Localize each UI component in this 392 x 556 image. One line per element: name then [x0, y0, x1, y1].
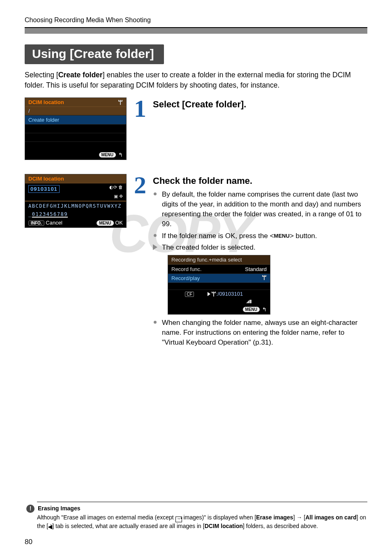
note-body: Although "Erase all images on external m… [37, 514, 367, 531]
screenshot-dcim-location: DCIM location / Create folder MENU ↰ [25, 97, 127, 160]
ok-label: OK [115, 220, 123, 226]
shot1-header-label: DCIM location [28, 99, 64, 105]
page-number: 80 [25, 538, 32, 546]
shot1-empty-row [25, 141, 126, 150]
step2-bullet-result: The created folder is selected. [153, 243, 367, 253]
info-pill: INFO. [28, 220, 44, 226]
menu-button-label: MENU [274, 232, 290, 240]
dial-icon: ◐⟳ 🗑 [109, 185, 123, 190]
shot1-item-label: Create folder [28, 117, 59, 123]
shot3-row2[interactable]: Record/play [168, 273, 270, 283]
caution-icon: ! [26, 505, 35, 513]
note-text-i: ] folders, as described above. [243, 523, 318, 529]
note-bold-all: All images on card [305, 514, 356, 521]
shot1-menu-item-create-folder[interactable]: Create folder [25, 115, 126, 124]
bullet-dot-icon [154, 192, 157, 195]
menu-pill: MENU [99, 152, 116, 158]
screenshot-recording-func: Recording func.+media select Record func… [168, 255, 270, 315]
note-text-d: ] → [ [293, 514, 306, 521]
accent-bar [25, 28, 367, 34]
note-section: ! Erasing Images Although "Erase all ima… [37, 502, 367, 531]
intro-text-a: Selecting [ [25, 71, 58, 79]
step2-post-bullet-text: When changing the folder name, always us… [162, 319, 357, 346]
step2-bullet-text: If the folder name is OK, press the <MEN… [162, 232, 317, 240]
folder-name-input[interactable]: 09103101 [28, 185, 60, 193]
note-text-b: images)" is displayed when [ [182, 514, 256, 521]
note-text-g: ] tab is selected, what are actually era… [52, 523, 204, 529]
shot3-path-value: :/09103101 [216, 291, 243, 297]
step-number-1: 1 [130, 97, 150, 120]
note-bold-erase: Erase images [256, 514, 293, 521]
cf-card-icon: CF [185, 292, 194, 297]
joystick-icon: ▣ ✥ [114, 194, 123, 199]
bullet-dot-icon [154, 321, 157, 324]
back-icon: ↰ [262, 306, 267, 313]
signal-icon: ◢▮ [208, 299, 267, 304]
shot1-empty-row [25, 133, 126, 141]
shot3-header: Recording func.+media select [168, 255, 270, 264]
triangle-icon [153, 244, 157, 250]
step2-bullet-text: The created folder is selected. [162, 243, 256, 251]
shot3-spacer [168, 283, 270, 290]
usb-drive-icon [211, 292, 216, 297]
shot2-header-label: DCIM location [28, 176, 64, 182]
cancel-label: Cancel [46, 220, 62, 226]
playback-tab-icon: ◀̇ [48, 523, 52, 531]
note-title: Erasing Images [38, 505, 81, 513]
note-text-a: Although "Erase all images on external m… [37, 514, 175, 521]
intro-paragraph: Selecting [Create folder] enables the us… [25, 70, 367, 90]
intro-bold: Create folder [58, 71, 103, 79]
back-icon: ↰ [118, 152, 123, 158]
note-divider [37, 502, 367, 502]
screenshot-folder-name-edit: DCIM location 09103101 ◐⟳ 🗑 ▣ ✥ ABCDEFGH… [25, 174, 127, 228]
breadcrumb: Choosing Recording Media When Shooting [25, 16, 367, 24]
step2-post-bullet: When changing the folder name, always us… [153, 318, 367, 348]
virtual-keyboard-digits[interactable]: 0123456789 [32, 211, 68, 217]
shot1-path: / [25, 107, 126, 115]
play-triangle-icon [208, 292, 210, 296]
virtual-keyboard-underscore[interactable]: _ [28, 211, 32, 217]
step2-bullet: If the folder name is OK, press the <MEN… [153, 231, 367, 241]
step1-heading: Select [Create folder]. [153, 99, 367, 110]
shot3-row2-label: Record/play [171, 275, 200, 281]
step-number-2: 2 [130, 174, 150, 196]
step2-heading: Check the folder name. [153, 176, 367, 186]
menu-pill: MENU [97, 220, 113, 226]
shot3-row1-value: Standard [245, 266, 267, 272]
usb-drive-icon [262, 275, 267, 280]
menu-pill: MENU [243, 307, 260, 312]
bullet-dot-icon [154, 234, 157, 237]
protect-key-icon: ⊸ [175, 517, 182, 522]
shot3-row1-label: Record func. [171, 266, 202, 272]
usb-drive-icon [118, 100, 123, 105]
section-title: Using [Create folder] [25, 44, 164, 64]
virtual-keyboard-row1[interactable]: ABCDEFGHIJKLMNOPQRSTUVWXYZ [25, 202, 126, 210]
step2-bullet-text: By default, the folder name comprises th… [162, 190, 362, 228]
note-bold-dcim: DCIM location [205, 523, 243, 529]
step2-bullet: By default, the folder name comprises th… [153, 190, 367, 229]
virtual-keyboard-row2[interactable]: _0123456789 [25, 210, 126, 218]
shot1-empty-row [25, 124, 126, 133]
